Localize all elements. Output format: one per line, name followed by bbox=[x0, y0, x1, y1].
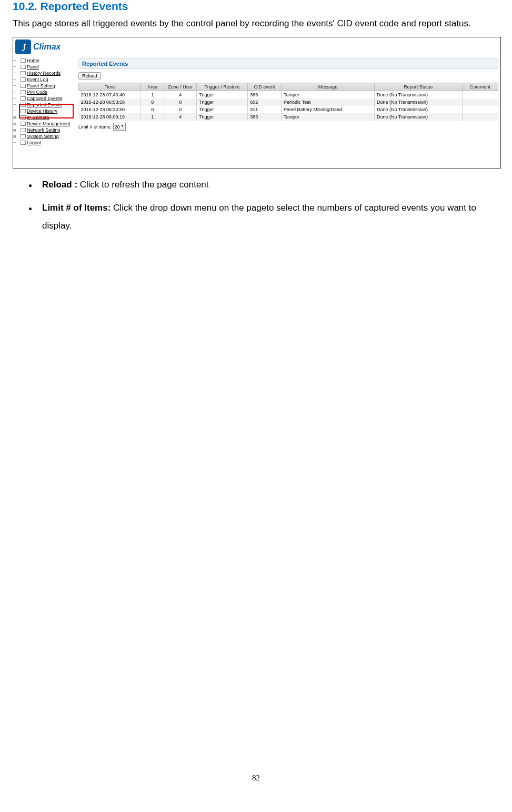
cell-comment bbox=[462, 106, 498, 113]
cell-status: Done (No Transmission) bbox=[374, 98, 462, 106]
sidebar-item[interactable]: ⊞System Setting bbox=[13, 133, 76, 140]
sidebar-item-label: Device History bbox=[27, 108, 57, 114]
sidebar-item-label: Home bbox=[27, 58, 39, 63]
tree-leaf-icon: ┄ bbox=[13, 77, 21, 82]
tree-expand-icon: ⊞ bbox=[13, 121, 21, 126]
cell-comment bbox=[462, 91, 498, 99]
cell-message: Panel Battery Missing/Dead bbox=[281, 106, 374, 113]
cell-area: 1 bbox=[141, 113, 164, 121]
intro-text: This page stores all triggered events by… bbox=[13, 15, 499, 33]
cell-time: 2016-12-28 06:24:50 bbox=[79, 106, 141, 113]
cell-time: 2016-12-28 06:53:58 bbox=[79, 98, 141, 106]
table-row: 2016-12-28 06:53:5800Trigger602Periodic … bbox=[79, 98, 498, 106]
cell-message: Tamper bbox=[281, 91, 374, 99]
tree-leaf-icon: ┄ bbox=[13, 140, 21, 145]
cell-message: Tamper bbox=[281, 113, 374, 121]
cell-status: Done (No Transmission) bbox=[374, 106, 462, 113]
sidebar-item-label: Panel Setting bbox=[27, 83, 55, 88]
bullet-icon: ● bbox=[28, 176, 42, 194]
sidebar-item[interactable]: ⊞Device Management bbox=[13, 121, 76, 127]
sidebar-item-label: IP Camera bbox=[27, 115, 49, 120]
bullet-text: Reload : Click to refresh the page conte… bbox=[42, 176, 499, 194]
tree-leaf-icon: ┄ bbox=[13, 90, 21, 95]
limit-row: Limit # of items: 20 bbox=[78, 123, 498, 131]
folder-icon bbox=[21, 58, 26, 63]
cell-comment bbox=[462, 113, 498, 121]
sidebar-item[interactable]: ┄Panel Setting bbox=[13, 83, 76, 89]
sidebar-item-label: Event Log bbox=[27, 77, 48, 82]
th-message: Message bbox=[281, 83, 374, 91]
cell-comment bbox=[462, 98, 498, 106]
sidebar-item[interactable]: ┄Home bbox=[13, 57, 76, 64]
tree-expand-icon: ⊞ bbox=[13, 134, 21, 139]
th-zone: Zone / User bbox=[164, 83, 197, 91]
cell-cid: 383 bbox=[248, 91, 282, 99]
sidebar-item-label: History Records bbox=[27, 71, 61, 76]
sidebar-item-label: PIN Code bbox=[27, 90, 47, 95]
th-status: Report Status bbox=[374, 83, 462, 91]
sidebar-item-label: Network Setting bbox=[27, 127, 61, 133]
cell-zone: 4 bbox=[164, 91, 197, 99]
sidebar-item[interactable]: ┄Logout bbox=[13, 140, 76, 146]
folder-icon bbox=[21, 77, 26, 82]
sidebar-item[interactable]: ┄Reported Events bbox=[13, 102, 76, 108]
screenshot-panel: ⟆ Climax ┄Home┄Panel┄History Records┄Eve… bbox=[13, 37, 501, 169]
tree-leaf-icon: ┄ bbox=[13, 58, 21, 63]
cell-trigger: Trigger bbox=[197, 98, 248, 106]
bullet-item: ●Limit # of Items: Click the drop down m… bbox=[28, 199, 499, 235]
cell-trigger: Trigger bbox=[197, 113, 248, 121]
sidebar-item[interactable]: ┄History Records bbox=[13, 70, 76, 76]
folder-icon bbox=[21, 134, 26, 138]
cell-zone: 0 bbox=[164, 98, 197, 106]
tree-leaf-icon: ┄ bbox=[13, 71, 21, 76]
bullet-icon: ● bbox=[28, 199, 42, 235]
sidebar-item[interactable]: ┄Captured Events bbox=[13, 95, 76, 102]
bullet-item: ●Reload : Click to refresh the page cont… bbox=[28, 176, 499, 194]
limit-select[interactable]: 20 bbox=[113, 123, 126, 131]
sidebar-item-label: Device Management bbox=[27, 121, 71, 126]
table-row: 2016-12-28 06:24:5000Trigger311Panel Bat… bbox=[79, 106, 498, 113]
sidebar-item-label: Reported Events bbox=[27, 102, 62, 107]
sidebar-item-label: Logout bbox=[27, 140, 42, 145]
sidebar-item[interactable]: ┄Event Log bbox=[13, 76, 76, 83]
cell-area: 1 bbox=[141, 91, 164, 99]
sidebar-item-label: Captured Events bbox=[27, 96, 62, 101]
th-trigger: Trigger / Restore bbox=[197, 83, 248, 91]
folder-icon bbox=[21, 71, 26, 75]
cell-cid: 383 bbox=[248, 113, 282, 121]
page-number: 82 bbox=[0, 774, 512, 783]
sidebar-item[interactable]: ⊞Network Setting bbox=[13, 127, 76, 133]
events-table: Time Area Zone / User Trigger / Restore … bbox=[78, 83, 498, 121]
logo-text: Climax bbox=[33, 42, 61, 52]
content-area: Reported Events Reload Time Area Zone / … bbox=[76, 56, 500, 168]
th-comment: Comment bbox=[462, 83, 498, 91]
folder-icon bbox=[21, 141, 26, 145]
cell-zone: 4 bbox=[164, 113, 197, 121]
tree-leaf-icon: ┄ bbox=[13, 102, 21, 107]
reload-button[interactable]: Reload bbox=[78, 72, 101, 80]
cell-time: 2016-12-28 06:09:19 bbox=[79, 113, 141, 121]
sidebar: ┄Home┄Panel┄History Records┄Event Log┄Pa… bbox=[13, 56, 76, 168]
sidebar-item[interactable]: ┄Panel bbox=[13, 64, 76, 70]
folder-icon bbox=[21, 90, 26, 94]
sidebar-item[interactable]: ┄Device History bbox=[13, 108, 76, 114]
sidebar-item[interactable]: ⊞IP Camera bbox=[13, 114, 76, 121]
tree-expand-icon: ⊞ bbox=[13, 127, 21, 133]
table-row: 2016-12-28 07:40:4014Trigger383TamperDon… bbox=[79, 91, 498, 99]
tree-leaf-icon: ┄ bbox=[13, 96, 21, 101]
cell-trigger: Trigger bbox=[197, 106, 248, 113]
sidebar-item-label: Panel bbox=[27, 64, 39, 70]
sidebar-item[interactable]: ┄PIN Code bbox=[13, 89, 76, 95]
table-row: 2016-12-28 06:09:1914Trigger383TamperDon… bbox=[79, 113, 498, 121]
folder-icon bbox=[21, 128, 26, 132]
cell-area: 0 bbox=[141, 106, 164, 113]
logo-header: ⟆ Climax bbox=[13, 37, 500, 56]
cell-area: 0 bbox=[141, 98, 164, 106]
tree-leaf-icon: ┄ bbox=[13, 64, 21, 70]
tree-expand-icon: ⊞ bbox=[13, 115, 21, 120]
cell-cid: 602 bbox=[248, 98, 282, 106]
th-time: Time bbox=[79, 83, 141, 91]
folder-icon bbox=[21, 103, 26, 107]
logo-icon: ⟆ bbox=[15, 39, 31, 54]
folder-icon bbox=[21, 96, 26, 101]
